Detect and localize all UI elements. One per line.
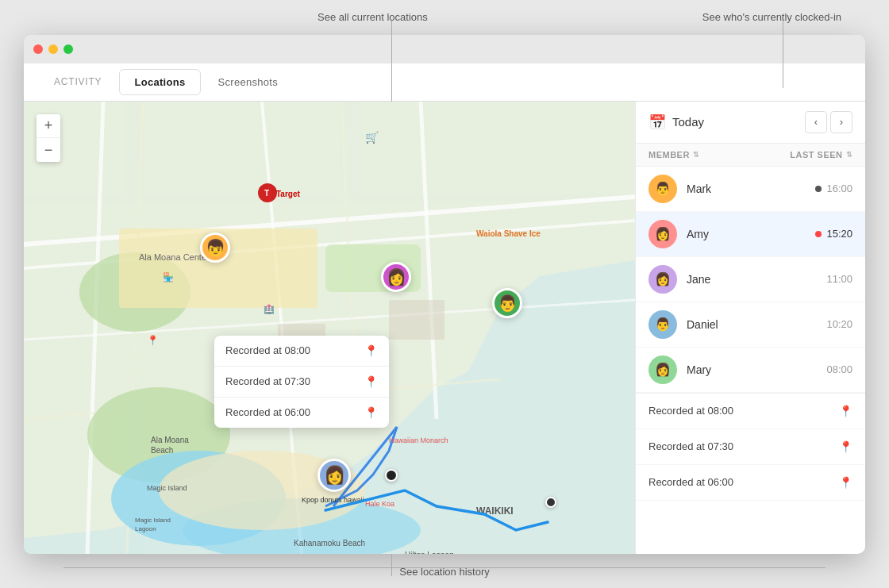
member-row-mary[interactable]: 👩 Mary 08:00	[636, 348, 865, 393]
map-controls: + −	[37, 114, 60, 162]
map-pin-user1[interactable]: 👦	[200, 233, 230, 263]
svg-text:🏪: 🏪	[163, 271, 174, 282]
svg-text:Hale Koa: Hale Koa	[365, 500, 394, 508]
svg-text:Kahanamoku Beach: Kahanamoku Beach	[294, 539, 365, 548]
tab-locations[interactable]: Locations	[119, 69, 200, 95]
member-name-amy: Amy	[687, 228, 815, 240]
map-area: Ala Moana Center Ala Moana Beach Magic I…	[24, 102, 635, 554]
member-time-mark: 16:00	[826, 183, 852, 194]
svg-rect-21	[389, 300, 444, 340]
member-row-mark[interactable]: 👨 Mark 16:00	[636, 167, 865, 212]
map-popup: Recorded at 08:00 📍 Recorded at 07:30 📍 …	[214, 336, 389, 428]
outer-wrapper: See all current locations See who's curr…	[24, 35, 865, 554]
map-pin-user2[interactable]: 👩	[381, 262, 411, 292]
svg-text:Lagoon: Lagoon	[135, 525, 156, 532]
location-row-1: Recorded at 08:00 📍	[636, 394, 865, 429]
svg-text:Hilton Lagoon: Hilton Lagoon	[405, 551, 454, 554]
sort-arrow-member: ⇅	[693, 151, 700, 159]
member-name-mark: Mark	[687, 183, 815, 195]
location-text-1: Recorded at 08:00	[648, 405, 733, 417]
popup-text-1: Recorded at 08:00	[225, 344, 310, 356]
main-content: Ala Moana Center Ala Moana Beach Magic I…	[24, 102, 865, 554]
svg-text:Beach: Beach	[151, 446, 173, 455]
popup-row-2: Recorded at 07:30 📍	[214, 367, 389, 398]
popup-pin-icon-1: 📍	[364, 344, 378, 357]
svg-text:Magic Island: Magic Island	[135, 517, 171, 524]
member-list: 👨 Mark 16:00 👩 Amy 15:20	[636, 167, 865, 554]
popup-pin-icon-2: 📍	[364, 375, 378, 388]
col-header-member: MEMBER ⇅	[648, 150, 699, 159]
annotation-top-left: See all current locations	[318, 11, 428, 23]
avatar-jane: 👩	[648, 265, 677, 294]
zoom-in-button[interactable]: +	[37, 114, 60, 138]
member-name-mary: Mary	[687, 363, 826, 376]
location-text-3: Recorded at 06:00	[648, 476, 733, 488]
tabs-bar: ACTIVITY Locations Screenshots	[24, 63, 865, 102]
location-history: Recorded at 08:00 📍 Recorded at 07:30 📍 …	[636, 393, 865, 501]
svg-text:Magic Island: Magic Island	[147, 484, 187, 492]
location-pin-icon-2: 📍	[839, 440, 852, 453]
avatar-mary: 👩	[648, 355, 677, 384]
member-row-amy[interactable]: 👩 Amy 15:20	[636, 212, 865, 257]
svg-text:Waiola Shave Ice: Waiola Shave Ice	[476, 229, 541, 238]
svg-text:T: T	[264, 189, 269, 198]
map-pin-user3[interactable]: 👨	[492, 288, 522, 318]
location-pin-icon-1: 📍	[839, 405, 852, 417]
tab-screenshots[interactable]: Screenshots	[204, 70, 293, 94]
popup-text-3: Recorded at 06:00	[225, 406, 310, 418]
popup-row-1: Recorded at 08:00 📍	[214, 336, 389, 367]
sort-arrow-last-seen: ⇅	[846, 151, 853, 159]
nav-buttons: ‹ ›	[805, 111, 852, 133]
app-window: ACTIVITY Locations Screenshots	[24, 35, 865, 554]
member-name-jane: Jane	[687, 273, 826, 286]
svg-text:Hawaiian Monarch: Hawaiian Monarch	[389, 436, 448, 444]
location-text-2: Recorded at 07:30	[648, 440, 733, 452]
location-row-2: Recorded at 07:30 📍	[636, 429, 865, 465]
avatar-mark: 👨	[648, 175, 677, 203]
nav-next-button[interactable]: ›	[830, 111, 852, 133]
zoom-out-button[interactable]: −	[37, 138, 60, 162]
minimize-button[interactable]	[48, 44, 58, 54]
member-time-mary: 08:00	[826, 363, 852, 375]
svg-text:Ala Moana: Ala Moana	[151, 436, 189, 444]
member-row-jane[interactable]: 👩 Jane 11:00	[636, 257, 865, 302]
map-pin-location	[385, 469, 398, 482]
nav-prev-button[interactable]: ‹	[805, 111, 827, 133]
maximize-button[interactable]	[64, 44, 73, 54]
calendar-icon: 📅	[648, 113, 666, 131]
svg-text:🛒: 🛒	[365, 131, 379, 144]
annotation-bottom: See location history	[399, 566, 489, 578]
panel-header: 📅 Today ‹ ›	[636, 102, 865, 144]
tab-activity[interactable]: ACTIVITY	[40, 70, 116, 94]
map-pin-user4[interactable]: 👩	[318, 459, 351, 492]
map-pin-location2	[545, 497, 556, 508]
member-time-amy: 15:20	[826, 228, 852, 240]
col-header-last-seen: LAST SEEN ⇅	[790, 150, 852, 159]
member-time-jane: 11:00	[826, 273, 852, 285]
annotation-top-right: See who's currently clocked-in	[702, 11, 841, 23]
svg-text:Target: Target	[276, 190, 300, 198]
member-row-daniel[interactable]: 👨 Daniel 10:20	[636, 302, 865, 348]
right-panel: 📅 Today ‹ › MEMBER ⇅ LAST SEEN	[635, 102, 865, 554]
panel-header-left: 📅 Today	[648, 113, 704, 131]
avatar-daniel: 👨	[648, 310, 677, 339]
popup-pin-icon-3: 📍	[364, 406, 378, 419]
avatar-amy: 👩	[648, 220, 677, 248]
titlebar	[24, 35, 865, 63]
popup-text-2: Recorded at 07:30	[225, 375, 310, 387]
table-header: MEMBER ⇅ LAST SEEN ⇅	[636, 144, 865, 167]
svg-text:🏥: 🏥	[264, 303, 275, 314]
member-time-daniel: 10:20	[826, 318, 852, 330]
member-name-daniel: Daniel	[687, 318, 826, 331]
location-pin-icon-3: 📍	[839, 476, 852, 489]
popup-row-3: Recorded at 06:00 📍	[214, 398, 389, 428]
panel-date: Today	[672, 115, 704, 129]
status-dot-amy	[815, 231, 822, 237]
svg-text:📍: 📍	[147, 334, 159, 346]
status-dot-mark	[815, 186, 822, 192]
location-row-3: Recorded at 06:00 📍	[636, 465, 865, 501]
close-button[interactable]	[33, 44, 43, 54]
svg-text:Ala Moana Center: Ala Moana Center	[139, 252, 210, 262]
